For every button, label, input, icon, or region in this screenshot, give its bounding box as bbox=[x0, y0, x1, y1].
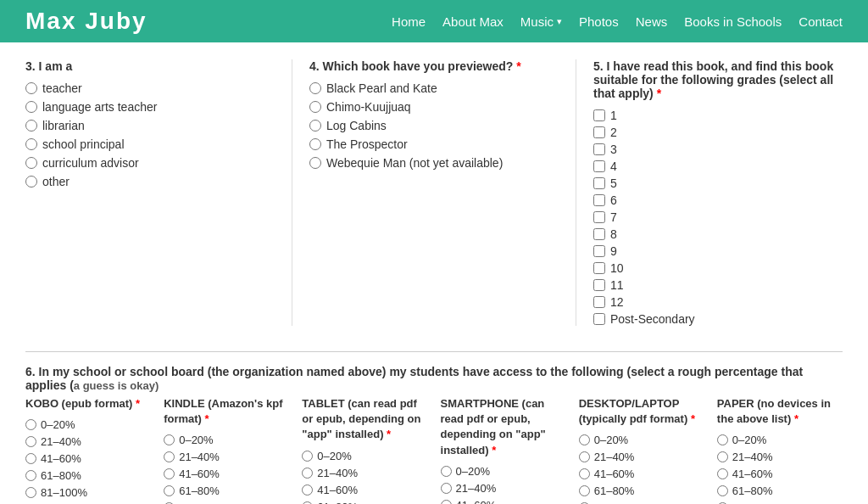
list-item[interactable]: 0–20% bbox=[25, 418, 151, 431]
list-item[interactable]: 61–80% bbox=[302, 501, 427, 504]
list-item[interactable]: teacher bbox=[25, 81, 275, 95]
list-item[interactable]: 0–20% bbox=[164, 434, 289, 446]
nav-about-max[interactable]: About Max bbox=[442, 14, 504, 29]
list-item[interactable]: 5 bbox=[593, 176, 843, 190]
kobo-radio-21-40[interactable] bbox=[25, 436, 36, 447]
list-item[interactable]: language arts teacher bbox=[25, 100, 275, 114]
paper-radio-61-80[interactable] bbox=[717, 485, 728, 496]
smartphone-radio-41-60[interactable] bbox=[441, 500, 452, 504]
q3-radio-curriculum[interactable] bbox=[25, 157, 37, 169]
nav-photos[interactable]: Photos bbox=[579, 14, 619, 29]
list-item[interactable]: 8 bbox=[593, 227, 843, 241]
list-item[interactable]: 12 bbox=[593, 295, 843, 309]
list-item[interactable]: 6 bbox=[593, 193, 843, 207]
grade-7-checkbox[interactable] bbox=[593, 211, 605, 223]
grade-1-checkbox[interactable] bbox=[593, 109, 605, 121]
nav-music[interactable]: Music ▾ bbox=[520, 14, 562, 29]
q3-radio-other[interactable] bbox=[25, 176, 37, 188]
list-item[interactable]: 21–40% bbox=[25, 435, 151, 448]
list-item[interactable]: librarian bbox=[25, 119, 275, 132]
tablet-radio-61-80[interactable] bbox=[302, 501, 313, 504]
kobo-radio-81-100[interactable] bbox=[25, 487, 36, 498]
paper-radio-21-40[interactable] bbox=[717, 451, 728, 462]
list-item[interactable]: 9 bbox=[593, 244, 843, 258]
list-item[interactable]: 41–60% bbox=[717, 468, 843, 480]
q3-radio-language-arts[interactable] bbox=[25, 101, 37, 113]
grade-3-checkbox[interactable] bbox=[593, 143, 605, 155]
list-item[interactable]: The Prospector bbox=[309, 137, 559, 151]
q3-radio-principal[interactable] bbox=[25, 138, 37, 150]
list-item[interactable]: 41–60% bbox=[579, 468, 704, 480]
list-item[interactable]: 21–40% bbox=[717, 451, 843, 463]
tablet-radio-21-40[interactable] bbox=[302, 468, 313, 479]
list-item[interactable]: curriculum advisor bbox=[25, 156, 275, 170]
paper-radio-0-20[interactable] bbox=[717, 434, 728, 445]
q4-radio-prospector[interactable] bbox=[309, 138, 321, 150]
list-item[interactable]: 0–20% bbox=[441, 465, 566, 478]
grade-4-checkbox[interactable] bbox=[593, 160, 605, 172]
list-item[interactable]: 4 bbox=[593, 160, 843, 173]
grade-8-checkbox[interactable] bbox=[593, 228, 605, 240]
grade-6-checkbox[interactable] bbox=[593, 194, 605, 206]
list-item[interactable]: 61–80% bbox=[717, 484, 843, 497]
list-item[interactable]: 61–80% bbox=[25, 469, 151, 482]
nav-contact[interactable]: Contact bbox=[798, 14, 843, 29]
q4-radio-logcabins[interactable] bbox=[309, 120, 321, 132]
kindle-radio-61-80[interactable] bbox=[164, 485, 175, 496]
list-item[interactable]: Post-Secondary bbox=[593, 312, 843, 326]
tablet-radio-0-20[interactable] bbox=[302, 451, 313, 462]
list-item[interactable]: 21–40% bbox=[441, 482, 566, 495]
list-item[interactable]: school principal bbox=[25, 137, 275, 151]
list-item[interactable]: 81–100% bbox=[25, 486, 151, 499]
list-item[interactable]: 0–20% bbox=[717, 434, 843, 446]
nav-books-in-schools[interactable]: Books in Schools bbox=[684, 14, 782, 29]
q4-radio-blackpearl[interactable] bbox=[309, 82, 321, 94]
q4-radio-chimo[interactable] bbox=[309, 101, 321, 113]
list-item[interactable]: 11 bbox=[593, 278, 843, 292]
kobo-radio-41-60[interactable] bbox=[25, 453, 36, 464]
kindle-radio-41-60[interactable] bbox=[164, 468, 175, 479]
smartphone-radio-0-20[interactable] bbox=[441, 466, 452, 477]
desktop-radio-21-40[interactable] bbox=[579, 451, 590, 462]
grade-postsecondary-checkbox[interactable] bbox=[593, 313, 605, 325]
kindle-radio-21-40[interactable] bbox=[164, 451, 175, 462]
q3-radio-librarian[interactable] bbox=[25, 120, 37, 132]
grade-5-checkbox[interactable] bbox=[593, 177, 605, 189]
grade-12-checkbox[interactable] bbox=[593, 296, 605, 308]
list-item[interactable]: 61–80% bbox=[579, 484, 704, 497]
grade-9-checkbox[interactable] bbox=[593, 245, 605, 257]
desktop-radio-61-80[interactable] bbox=[579, 485, 590, 496]
list-item[interactable]: 7 bbox=[593, 210, 843, 224]
list-item[interactable]: 61–80% bbox=[164, 484, 289, 497]
kobo-radio-0-20[interactable] bbox=[25, 419, 36, 430]
paper-radio-41-60[interactable] bbox=[717, 468, 728, 479]
grade-2-checkbox[interactable] bbox=[593, 126, 605, 138]
list-item[interactable]: 1 bbox=[593, 109, 843, 122]
list-item[interactable]: Log Cabins bbox=[309, 119, 559, 132]
list-item[interactable]: Chimo-Kuujjuaq bbox=[309, 100, 559, 114]
grade-10-checkbox[interactable] bbox=[593, 262, 605, 274]
q4-radio-webequie[interactable] bbox=[309, 157, 321, 169]
list-item[interactable]: 21–40% bbox=[164, 451, 289, 463]
list-item[interactable]: 41–60% bbox=[441, 499, 566, 504]
list-item[interactable]: 3 bbox=[593, 143, 843, 156]
list-item[interactable]: 41–60% bbox=[164, 468, 289, 480]
tablet-radio-41-60[interactable] bbox=[302, 484, 313, 496]
smartphone-radio-21-40[interactable] bbox=[441, 483, 452, 494]
list-item[interactable]: other bbox=[25, 175, 275, 188]
desktop-radio-0-20[interactable] bbox=[579, 434, 590, 445]
list-item[interactable]: 41–60% bbox=[302, 484, 427, 496]
grade-11-checkbox[interactable] bbox=[593, 279, 605, 291]
list-item[interactable]: 0–20% bbox=[302, 450, 427, 462]
list-item[interactable]: Webequie Man (not yet available) bbox=[309, 156, 559, 170]
list-item[interactable]: 10 bbox=[593, 261, 843, 275]
nav-home[interactable]: Home bbox=[392, 14, 426, 29]
list-item[interactable]: 21–40% bbox=[579, 451, 704, 463]
list-item[interactable]: 0–20% bbox=[579, 434, 704, 446]
q3-radio-teacher[interactable] bbox=[25, 82, 37, 94]
desktop-radio-41-60[interactable] bbox=[579, 468, 590, 479]
list-item[interactable]: 2 bbox=[593, 126, 843, 139]
nav-news[interactable]: News bbox=[636, 14, 668, 29]
list-item[interactable]: Black Pearl and Kate bbox=[309, 81, 559, 95]
list-item[interactable]: 41–60% bbox=[25, 452, 151, 465]
